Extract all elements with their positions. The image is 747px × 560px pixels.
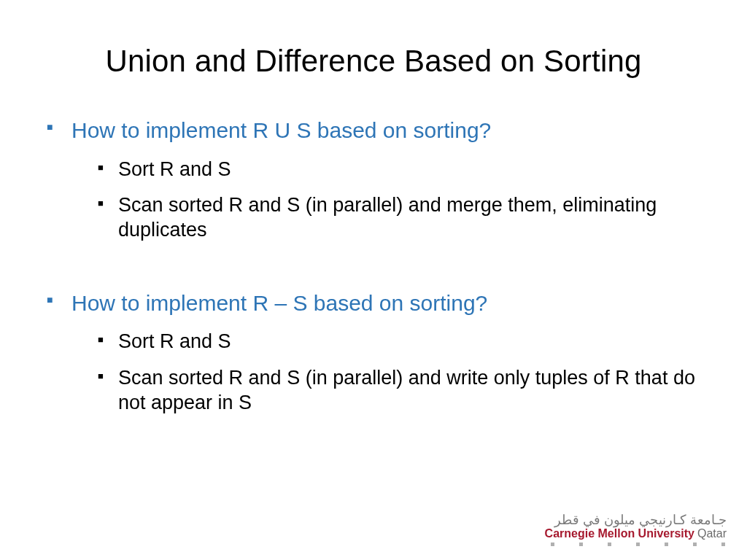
slide-content: How to implement R U S based on sorting?… [44,117,703,427]
logo-org-gray: Qatar [697,527,727,540]
bullet-diff-heading: How to implement R – S based on sorting?… [44,289,703,416]
bullet-diff-item-2: Scan sorted R and S (in parallel) and wr… [71,366,703,416]
footer-logo: جـامعة كـارنيجي ميلون في قطر Carnegie Me… [545,513,727,547]
logo-org-bold: Carnegie Mellon University [545,527,694,540]
logo-dots [545,542,727,547]
slide: Union and Difference Based on Sorting Ho… [0,0,747,560]
slide-title: Union and Difference Based on Sorting [0,44,747,79]
bullet-diff-item-1: Sort R and S [71,330,703,354]
logo-english: Carnegie Mellon UniversityQatar [545,528,727,540]
bullet-union-item-1: Sort R and S [71,158,703,182]
heading-text: How to implement R U S based on sorting? [71,118,491,142]
bullet-union-heading: How to implement R U S based on sorting?… [44,117,703,243]
heading-text: How to implement R – S based on sorting? [71,291,487,315]
spacer [44,254,703,289]
logo-arabic: جـامعة كـارنيجي ميلون في قطر [545,513,727,526]
bullet-union-item-2: Scan sorted R and S (in parallel) and me… [71,193,703,243]
